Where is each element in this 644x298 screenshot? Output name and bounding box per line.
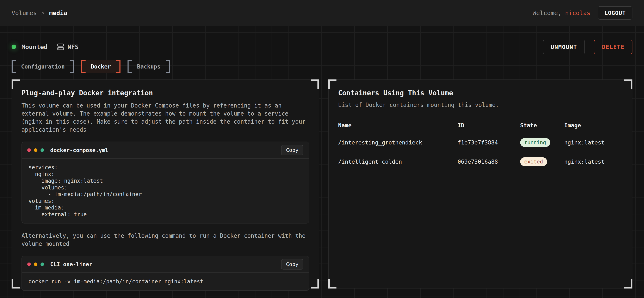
container-state: exited (520, 152, 564, 171)
status-badge: exited (520, 157, 547, 166)
breadcrumb-volumes-link[interactable]: Volumes (12, 9, 37, 16)
window-dot-red-icon (27, 263, 31, 266)
cli-code-content: docker run -v im-media:/path/in/containe… (22, 273, 309, 290)
container-id: 069e73016a88 (458, 152, 520, 171)
container-name: /interesting_grothendieck (338, 133, 458, 152)
column-header-image: Image (564, 119, 622, 133)
containers-table: Name ID State Image /interesting_grothen… (338, 119, 622, 171)
welcome-text: Welcome, nicolas (532, 9, 590, 16)
tab-bar: Configuration Docker Backups (12, 60, 632, 73)
filesystem-type: NFS (57, 43, 78, 51)
table-row: /interesting_grothendieck f1e73e7f3884 r… (338, 133, 622, 152)
corner-bracket-icon (624, 79, 632, 89)
container-name: /intelligent_colden (338, 152, 458, 171)
corner-bracket-icon (12, 79, 20, 89)
container-state: running (520, 133, 564, 152)
top-bar: Volumes > media Welcome, nicolas LOGOUT (0, 0, 644, 26)
mounted-status-label: Mounted (22, 43, 48, 51)
cli-code-block: CLI one-liner Copy docker run -v im-medi… (22, 256, 309, 291)
filesystem-type-label: NFS (68, 43, 78, 51)
unmount-button[interactable]: UNMOUNT (543, 40, 585, 54)
compose-code-block: docker-compose.yml Copy services: nginx:… (22, 142, 309, 224)
corner-bracket-icon (12, 279, 20, 289)
top-bar-right: Welcome, nicolas LOGOUT (532, 6, 632, 20)
window-control-dots (27, 149, 44, 152)
corner-bracket-icon (624, 279, 632, 289)
tab-backups[interactable]: Backups (128, 60, 170, 73)
window-control-dots (27, 263, 44, 266)
column-header-id: ID (458, 119, 520, 133)
window-dot-green-icon (40, 149, 44, 152)
tab-docker[interactable]: Docker (81, 60, 120, 73)
docker-panel-title: Plug-and-play Docker integration (22, 89, 309, 97)
column-header-state: State (520, 119, 564, 133)
window-dot-red-icon (27, 149, 31, 152)
container-image: nginx:latest (564, 133, 622, 152)
main-content: Mounted NFS UNMOUNT DELETE Configuration… (0, 26, 644, 298)
corner-bracket-icon (328, 79, 336, 89)
compose-code-content: services: nginx: image: nginx:latest vol… (22, 159, 309, 223)
breadcrumb-separator: > (41, 10, 45, 16)
containers-panel-title: Containers Using This Volume (338, 89, 622, 97)
cli-intro-text: Alternatively, you can use the following… (22, 232, 309, 248)
breadcrumb: Volumes > media (12, 9, 67, 16)
tab-configuration[interactable]: Configuration (12, 60, 74, 73)
compose-file-name: docker-compose.yml (50, 147, 108, 153)
volume-status-row: Mounted NFS UNMOUNT DELETE (12, 39, 632, 54)
docker-integration-panel: Plug-and-play Docker integration This vo… (12, 79, 319, 289)
panels-row: Plug-and-play Docker integration This vo… (12, 79, 632, 289)
welcome-prefix: Welcome, (532, 9, 565, 16)
table-row: /intelligent_colden 069e73016a88 exited … (338, 152, 622, 171)
status-badge: running (520, 138, 550, 147)
copy-compose-button[interactable]: Copy (281, 145, 304, 155)
mounted-status-dot-icon (12, 45, 16, 49)
server-icon (57, 43, 64, 50)
corner-bracket-icon (311, 79, 319, 89)
compose-code-header: docker-compose.yml Copy (22, 142, 309, 159)
logout-button[interactable]: LOGOUT (598, 6, 632, 20)
window-dot-yellow-icon (34, 149, 38, 152)
containers-panel: Containers Using This Volume List of Doc… (328, 79, 632, 289)
window-dot-green-icon (40, 263, 44, 266)
corner-bracket-icon (311, 279, 319, 289)
containers-table-header-row: Name ID State Image (338, 119, 622, 133)
docker-panel-description: This volume can be used in your Docker C… (22, 102, 309, 134)
container-id: f1e73e7f3884 (458, 133, 520, 152)
column-header-name: Name (338, 119, 458, 133)
window-dot-yellow-icon (34, 263, 38, 266)
cli-code-header: CLI one-liner Copy (22, 256, 309, 273)
cli-block-title: CLI one-liner (50, 261, 92, 268)
container-image: nginx:latest (564, 152, 622, 171)
copy-cli-button[interactable]: Copy (281, 259, 304, 270)
breadcrumb-current-volume: media (49, 9, 67, 16)
containers-panel-subtitle: List of Docker containers mounting this … (338, 102, 622, 108)
corner-bracket-icon (328, 279, 336, 289)
delete-button[interactable]: DELETE (594, 40, 632, 54)
username: nicolas (565, 9, 590, 16)
